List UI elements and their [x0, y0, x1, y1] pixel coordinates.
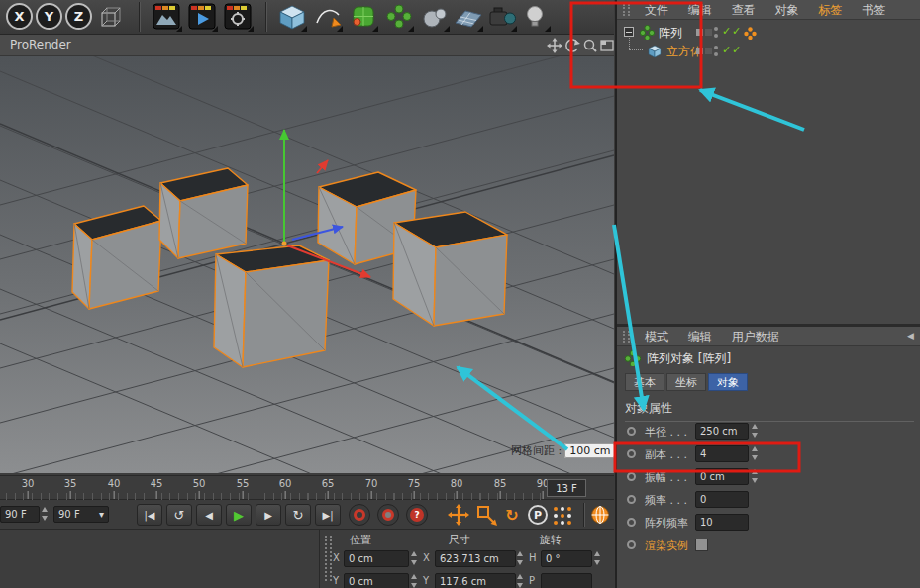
position-y-field[interactable]: 0 cm: [344, 573, 409, 588]
record-question-button[interactable]: ?: [406, 504, 428, 526]
viewport-3d[interactable]: 网格间距 :100 cm: [0, 56, 614, 473]
camera-button[interactable]: [487, 3, 517, 32]
panel-grip[interactable]: [623, 331, 630, 343]
record-button[interactable]: [349, 504, 370, 526]
om-menu-edit[interactable]: 编辑: [688, 2, 712, 19]
tree-row-cube[interactable]: 立方体 ✓ ✓: [617, 43, 920, 60]
frequency-field[interactable]: 0: [695, 491, 749, 508]
om-menu-bookmarks[interactable]: 书签: [862, 2, 885, 19]
size-y-field[interactable]: 117.6 cm: [435, 573, 516, 588]
keyframe-dot[interactable]: [627, 472, 636, 481]
render-view-button[interactable]: [153, 3, 182, 32]
frame-range-field[interactable]: 90 F: [0, 506, 40, 523]
cube-object[interactable]: [393, 212, 507, 326]
current-frame-field[interactable]: 13 F: [547, 479, 586, 497]
om-menu-file[interactable]: 文件: [645, 2, 668, 19]
keyframe-dot[interactable]: [627, 449, 636, 458]
next-frame-button[interactable]: ▶: [256, 504, 281, 526]
copies-field[interactable]: 4: [695, 445, 749, 462]
size-y-stepper[interactable]: [516, 573, 525, 588]
frame-range-stepper[interactable]: [41, 506, 50, 522]
layer-square[interactable]: [696, 29, 703, 36]
amplitude-stepper[interactable]: [751, 468, 760, 484]
rotate-tool-button[interactable]: ↻: [501, 504, 523, 526]
frame-max-dropdown[interactable]: 90 F ▾: [53, 506, 109, 523]
am-menu-edit[interactable]: 编辑: [688, 329, 712, 345]
tree-row-array[interactable]: 阵列 ✓ ✓: [617, 24, 920, 42]
copies-stepper[interactable]: [751, 445, 760, 461]
enabled-check-icon[interactable]: ✓: [732, 44, 741, 56]
viewport-maximize-icon[interactable]: [599, 38, 615, 53]
tab-basic[interactable]: 基本: [625, 373, 664, 391]
previous-frame-button[interactable]: ◀: [196, 504, 222, 526]
visibility-dot-bottom[interactable]: [714, 52, 718, 56]
rotation-h-stepper[interactable]: [593, 550, 602, 566]
cube-object[interactable]: [214, 245, 329, 367]
amplitude-field[interactable]: 0 cm: [695, 468, 749, 485]
tab-coords[interactable]: 坐标: [666, 373, 706, 391]
radius-field[interactable]: 250 cm: [695, 423, 749, 440]
gizmo-center[interactable]: [282, 242, 287, 246]
goto-end-button[interactable]: ▶|: [315, 504, 341, 526]
goto-start-button[interactable]: |◀: [137, 504, 162, 526]
prorender-menu[interactable]: ProRender: [10, 38, 71, 51]
enabled-check-icon[interactable]: ✓: [732, 25, 741, 38]
object-label-array[interactable]: 阵列: [659, 25, 682, 42]
play-button[interactable]: ▶: [226, 504, 252, 526]
layer-square[interactable]: [705, 48, 712, 54]
viewport-zoom-icon[interactable]: [582, 38, 598, 53]
position-y-stepper[interactable]: [410, 573, 419, 588]
collapse-toggle-icon[interactable]: [624, 27, 634, 37]
autokey-button[interactable]: [377, 504, 399, 526]
panel-grip[interactable]: [623, 4, 630, 16]
keyframe-dot[interactable]: [627, 540, 636, 549]
radius-stepper[interactable]: [751, 423, 760, 439]
rotation-p-field[interactable]: [541, 573, 592, 588]
spline-pen-button[interactable]: [313, 3, 343, 32]
enabled-check-icon[interactable]: ✓: [722, 25, 731, 38]
layer-square[interactable]: [705, 29, 712, 36]
am-menu-mode[interactable]: 模式: [645, 329, 668, 345]
visibility-dot-bottom[interactable]: [714, 34, 718, 38]
tab-object[interactable]: 对象: [708, 373, 748, 391]
axis-x-button[interactable]: X: [6, 3, 33, 30]
visibility-dot-top[interactable]: [714, 46, 718, 49]
cube-object[interactable]: [72, 206, 161, 309]
coordinate-system-button[interactable]: [97, 3, 127, 32]
array-tag-icon[interactable]: [744, 27, 757, 40]
metaball-button[interactable]: [420, 3, 450, 32]
keyframe-dot[interactable]: [627, 427, 636, 436]
play-reverse-button[interactable]: ↺: [166, 504, 192, 526]
array-frequency-field[interactable]: 10: [695, 514, 749, 531]
om-menu-object[interactable]: 对象: [774, 2, 798, 19]
enabled-check-icon[interactable]: ✓: [722, 44, 731, 56]
p-tool-button[interactable]: P: [528, 505, 548, 525]
viewport-pan-icon[interactable]: [547, 38, 562, 53]
position-x-field[interactable]: 0 cm: [344, 550, 409, 567]
size-x-field[interactable]: 623.713 cm: [435, 550, 516, 567]
cube-object[interactable]: [159, 168, 248, 258]
render-picture-viewer-button[interactable]: [188, 3, 218, 32]
add-cube-button[interactable]: [277, 3, 307, 32]
position-x-stepper[interactable]: [410, 550, 419, 566]
array-tool-button[interactable]: [384, 3, 414, 32]
axis-z-button[interactable]: Z: [65, 3, 92, 30]
floor-button[interactable]: [454, 3, 483, 32]
size-x-stepper[interactable]: [516, 550, 525, 566]
layer-square[interactable]: [696, 48, 703, 54]
rotation-h-field[interactable]: 0 °: [541, 550, 592, 567]
om-menu-view[interactable]: 查看: [732, 2, 756, 19]
collapse-panel-icon[interactable]: ◀: [907, 331, 914, 341]
viewport-orbit-icon[interactable]: [564, 38, 580, 53]
loop-button[interactable]: ↻: [285, 504, 311, 526]
axis-y-button[interactable]: Y: [36, 3, 62, 30]
om-menu-tags[interactable]: 标签: [818, 2, 842, 19]
keyframe-dot[interactable]: [627, 518, 636, 527]
subdivision-surface-button[interactable]: [349, 3, 378, 32]
move-tool-button[interactable]: [448, 504, 477, 533]
panel-grip[interactable]: [325, 536, 332, 581]
timeline-ruler[interactable]: 30 35 40 45 50 55 60 65 70 75 80 85 90 1…: [0, 475, 614, 500]
render-instance-checkbox[interactable]: [695, 539, 708, 551]
keyframe-dot[interactable]: [627, 495, 636, 504]
am-menu-userdata[interactable]: 用户数据: [732, 329, 779, 345]
